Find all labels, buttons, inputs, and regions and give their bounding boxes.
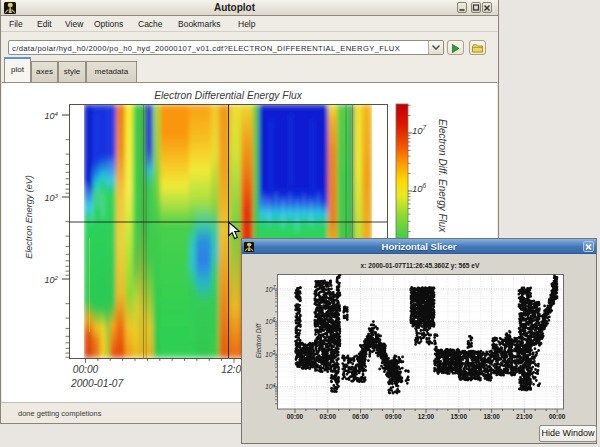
svg-text:104: 104 xyxy=(45,110,59,121)
svg-text:15:00: 15:00 xyxy=(451,413,468,420)
svg-text:00:00: 00:00 xyxy=(73,364,99,375)
svg-text:18:00: 18:00 xyxy=(483,413,500,420)
svg-text:105: 105 xyxy=(265,349,276,358)
svg-text:06:00: 06:00 xyxy=(352,413,369,420)
svg-text:Electron Diff. Energy Flux: Electron Diff. Energy Flux xyxy=(437,119,448,233)
svg-text:107: 107 xyxy=(265,284,276,293)
svg-text:12:00: 12:00 xyxy=(418,413,435,420)
svg-text:09:00: 09:00 xyxy=(385,413,402,420)
svg-text:x: 2000-01-07T11:26:45.360Z y:: x: 2000-01-07T11:26:45.360Z y: 565 eV xyxy=(361,262,480,270)
svg-text:Electron Diff: Electron Diff xyxy=(255,323,262,359)
svg-text:00:00: 00:00 xyxy=(287,413,304,420)
svg-text:107: 107 xyxy=(412,124,427,136)
svg-text:106: 106 xyxy=(412,182,427,194)
svg-text:Electron Differential Energy F: Electron Differential Energy Flux xyxy=(154,90,303,101)
svg-text:106: 106 xyxy=(265,316,276,325)
svg-text:21:00: 21:00 xyxy=(516,413,533,420)
svg-text:104: 104 xyxy=(265,382,276,391)
svg-text:03:00: 03:00 xyxy=(320,413,337,420)
svg-text:2000-01-07: 2000-01-07 xyxy=(70,378,123,389)
svg-text:103: 103 xyxy=(45,192,59,203)
svg-text:Electron Energy (eV): Electron Energy (eV) xyxy=(24,175,34,259)
svg-text:102: 102 xyxy=(45,274,59,285)
svg-text:00:00: 00:00 xyxy=(549,413,566,420)
